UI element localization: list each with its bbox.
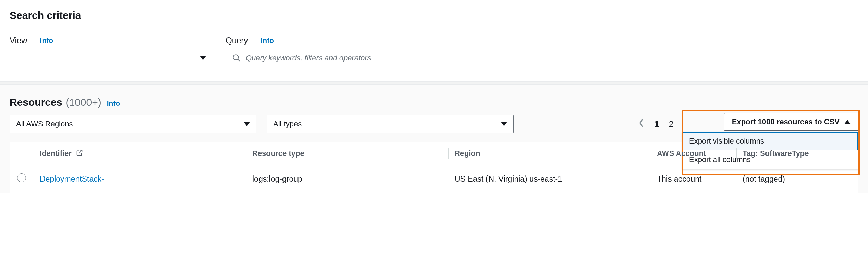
section-gap — [0, 81, 868, 85]
cell-identifier: DeploymentStack- — [34, 165, 246, 193]
query-input-wrapper[interactable] — [226, 49, 678, 67]
row-select-cell[interactable] — [10, 165, 34, 193]
view-label-row: View Info — [10, 36, 212, 45]
pager-page-2[interactable]: 2 — [669, 119, 673, 129]
view-info-link[interactable]: Info — [40, 36, 53, 45]
resources-title: Resources — [10, 96, 62, 108]
resource-identifier-link[interactable]: DeploymentStack- — [40, 174, 104, 183]
col-tag[interactable]: Tag: SoftwareType — [736, 142, 858, 165]
query-label-row: Query Info — [226, 36, 678, 45]
resources-count: (1000+) — [65, 96, 101, 108]
col-identifier[interactable]: Identifier — [34, 142, 246, 165]
col-identifier-label: Identifier — [40, 149, 72, 158]
table-header-row: Identifier Resource type Region AWS Acco… — [10, 142, 858, 165]
col-account-label: AWS Account — [657, 149, 706, 158]
resources-info-link[interactable]: Info — [107, 99, 120, 107]
radio-icon — [17, 173, 26, 182]
filters-row: All AWS Regions All types 1 2 Export 100… — [10, 115, 858, 133]
resources-title-group: Resources (1000+) Info — [10, 96, 120, 108]
col-region-label: Region — [455, 149, 480, 158]
resources-panel: Resources (1000+) Info All AWS Regions A… — [0, 85, 868, 193]
col-type[interactable]: Resource type — [246, 142, 448, 165]
query-info-link[interactable]: Info — [261, 36, 274, 45]
col-select — [10, 142, 34, 165]
svg-line-1 — [238, 59, 240, 61]
view-label: View — [10, 36, 27, 45]
query-field-group: Query Info — [226, 36, 678, 67]
external-link-icon — [76, 149, 83, 157]
type-filter-value: All types — [273, 119, 302, 128]
cell-region: US East (N. Virginia) us-east-1 — [448, 165, 651, 193]
cell-type: logs:log-group — [246, 165, 448, 193]
export-button-label: Export 1000 resources to CSV — [732, 117, 840, 126]
caret-down-icon — [501, 122, 507, 126]
view-select[interactable] — [10, 49, 212, 67]
col-type-label: Resource type — [252, 149, 304, 158]
criteria-fields-row: View Info Query Info — [10, 36, 858, 67]
region-filter-select[interactable]: All AWS Regions — [10, 115, 256, 133]
caret-down-icon — [200, 56, 206, 60]
search-criteria-panel: Search criteria View Info Query Info — [0, 0, 868, 81]
col-account[interactable]: AWS Account — [651, 142, 736, 165]
label-divider — [34, 36, 34, 45]
col-tag-label: Tag: SoftwareType — [743, 149, 809, 158]
label-divider — [254, 36, 254, 45]
caret-down-icon — [244, 122, 250, 126]
caret-up-icon — [844, 120, 851, 124]
svg-point-0 — [233, 55, 238, 60]
search-criteria-title: Search criteria — [10, 10, 858, 21]
region-filter-value: All AWS Regions — [16, 119, 73, 128]
query-label: Query — [226, 36, 248, 45]
export-csv-button[interactable]: Export 1000 resources to CSV — [724, 113, 858, 131]
pager-page-1[interactable]: 1 — [654, 119, 659, 129]
pagination: 1 2 — [638, 118, 673, 130]
resources-header-row: Resources (1000+) Info — [10, 96, 858, 108]
view-field-group: View Info — [10, 36, 212, 67]
col-region[interactable]: Region — [448, 142, 651, 165]
search-icon — [232, 54, 241, 62]
chevron-left-icon — [638, 118, 645, 128]
pager-prev[interactable] — [638, 118, 645, 130]
export-dropdown-wrap: Export 1000 resources to CSV Export visi… — [724, 113, 858, 131]
query-input[interactable] — [246, 54, 672, 62]
type-filter-select[interactable]: All types — [267, 115, 514, 133]
